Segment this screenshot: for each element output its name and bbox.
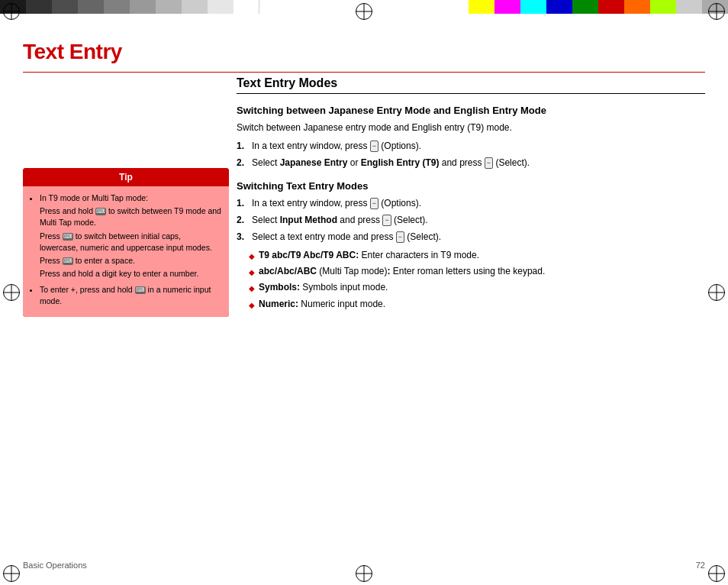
color-bar-left — [0, 0, 259, 14]
section-rule — [237, 93, 705, 94]
key-icon-1: ⌨ — [95, 208, 106, 215]
step-s1: 1. In a text entry window, press − (Opti… — [237, 196, 705, 210]
footer-left: Basic Operations — [23, 561, 87, 570]
step-j2-num: 2. — [237, 156, 249, 170]
bullet-abc: ◆ abc/Abc/ABC (Multi Tap mode): Enter ro… — [249, 264, 705, 279]
reg-mark-br — [708, 565, 725, 582]
page-title: Text Entry — [23, 40, 122, 64]
step-j1: 1. In a text entry window, press − (Opti… — [237, 139, 705, 153]
step-s3-text: Select a text entry mode and press − (Se… — [252, 230, 441, 244]
bullet-numeric-text: Numeric: Numeric input mode. — [259, 297, 385, 312]
footer-right: 72 — [696, 561, 705, 570]
tip-bullet-1-text: In T9 mode or Multi Tap mode: — [40, 193, 148, 202]
step-s1-num: 1. — [237, 196, 249, 210]
diamond-4: ◆ — [249, 299, 255, 312]
tip-bullet-2: To enter +, press and hold ⌨ in a numeri… — [40, 284, 221, 307]
step-s2: 2. Select Input Method and press − (Sele… — [237, 213, 705, 227]
tip-header: Tip — [23, 168, 229, 186]
tip-sub-2: Press ⌨ to switch between initial caps, … — [40, 231, 221, 254]
tip-sub-4: Press and hold a digit key to enter a nu… — [40, 268, 221, 280]
tip-sub-1: Press and hold ⌨ to switch between T9 mo… — [40, 205, 221, 228]
bullet-symbols: ◆ Symbols: Symbols input mode. — [249, 280, 705, 295]
tip-sub-3: Press ⌨ to enter a space. — [40, 255, 221, 267]
diamond-3: ◆ — [249, 283, 255, 295]
select-key-s2: − — [382, 215, 391, 226]
subsection-title-japanese: Switching between Japanese Entry Mode an… — [237, 105, 705, 116]
reg-mark-tl — [3, 3, 20, 20]
reg-mark-cl — [3, 284, 20, 301]
step-j1-num: 1. — [237, 139, 249, 153]
tip-bullet-1: In T9 mode or Multi Tap mode: Press and … — [40, 192, 221, 280]
tip-box: Tip In T9 mode or Multi Tap mode: Press … — [23, 168, 229, 317]
options-key-s1: − — [370, 198, 378, 209]
reg-mark-tr — [708, 3, 725, 20]
step-s2-text: Select Input Method and press − (Select)… — [252, 213, 428, 227]
select-key-s3: − — [396, 231, 404, 243]
key-icon-3: ⌨ — [63, 257, 73, 265]
step-s1-text: In a text entry window, press − (Options… — [252, 196, 421, 210]
right-column: Text Entry Modes Switching between Japan… — [237, 76, 705, 554]
key-icon-2: ⌨ — [63, 233, 73, 241]
tip-body: In T9 mode or Multi Tap mode: Press and … — [23, 186, 229, 317]
bullet-abc-text: abc/Abc/ABC (Multi Tap mode): Enter roma… — [259, 264, 545, 279]
options-key-j1: − — [370, 141, 378, 152]
step-s3-num: 3. — [237, 230, 249, 244]
subsection-title-switching: Switching Text Entry Modes — [237, 180, 705, 192]
step-s2-num: 2. — [237, 213, 249, 227]
footer: Basic Operations 72 — [23, 561, 705, 570]
reg-mark-cr — [708, 284, 725, 301]
subsection-switching: Switching Text Entry Modes 1. In a text … — [237, 180, 705, 312]
step-j2: 2. Select Japanese Entry or English Entr… — [237, 156, 705, 170]
bullet-symbols-text: Symbols: Symbols input mode. — [259, 280, 388, 295]
step-j2-text: Select Japanese Entry or English Entry (… — [252, 156, 530, 170]
select-key-j2: − — [485, 157, 493, 169]
bullet-numeric: ◆ Numeric: Numeric input mode. — [249, 297, 705, 312]
key-icon-4: ⌨ — [135, 286, 146, 294]
bullet-t9-text: T9 abc/T9 Abc/T9 ABC: Enter characters i… — [259, 248, 479, 263]
section-title: Text Entry Modes — [237, 76, 705, 90]
step-s3: 3. Select a text entry mode and press − … — [237, 230, 705, 244]
reg-mark-bl — [3, 565, 20, 582]
diamond-1: ◆ — [249, 250, 255, 263]
reg-mark-ct — [356, 3, 372, 20]
bullet-t9: ◆ T9 abc/T9 Abc/T9 ABC: Enter characters… — [249, 248, 705, 263]
body-text-japanese: Switch between Japanese entry mode and E… — [237, 121, 705, 134]
subsection-japanese: Switching between Japanese Entry Mode an… — [237, 105, 705, 170]
diamond-2: ◆ — [249, 267, 255, 279]
title-rule — [23, 72, 705, 73]
step-j1-text: In a text entry window, press − (Options… — [252, 139, 421, 153]
color-bar-right — [469, 0, 728, 14]
